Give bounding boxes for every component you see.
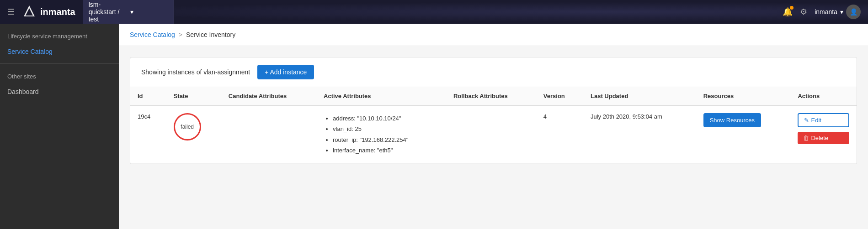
breadcrumb-current-page: Service Inventory	[186, 31, 235, 38]
settings-icon[interactable]: ⚙	[800, 7, 807, 17]
toolbar: Showing instances of vlan-assignment + A…	[130, 57, 857, 87]
project-selector[interactable]: lsm-quickstart / test ▾	[83, 0, 174, 26]
page-content: Showing instances of vlan-assignment + A…	[119, 46, 868, 229]
delete-label: Delete	[811, 135, 828, 141]
table-row: 19c4 failed address: "10.10.10.10/24"	[130, 105, 857, 163]
col-rollback-attributes: Rollback Attributes	[446, 87, 536, 105]
table-header: Id State Candidate Attributes Active Att…	[130, 87, 857, 105]
logo-icon	[22, 5, 37, 19]
col-candidate-attributes: Candidate Attributes	[221, 87, 316, 105]
edit-label: Edit	[811, 117, 821, 124]
hamburger-icon[interactable]: ☰	[7, 7, 15, 17]
topnav-actions: 🔔 ⚙ inmanta ▾ 👤	[783, 5, 861, 19]
main-content: Service Catalog > Service Inventory Show…	[119, 24, 868, 229]
col-state: State	[166, 87, 221, 105]
notification-dot	[790, 6, 793, 10]
col-version: Version	[536, 87, 583, 105]
cell-rollback-attributes	[446, 105, 536, 163]
edit-button[interactable]: ✎ Edit	[798, 113, 849, 127]
col-actions: Actions	[790, 87, 857, 105]
cell-resources: Show Resources	[696, 105, 791, 163]
cell-id: 19c4	[130, 105, 166, 163]
edit-icon: ✎	[804, 117, 809, 124]
sidebar-divider	[0, 63, 119, 64]
col-last-updated: Last Updated	[583, 87, 696, 105]
sidebar-section-lsm: Lifecycle service management	[0, 27, 119, 43]
project-chevron-icon: ▾	[130, 8, 168, 16]
top-nav: ☰ inmanta lsm-quickstart / test ▾ 🔔 ⚙ in…	[0, 0, 868, 24]
breadcrumb-service-catalog-link[interactable]: Service Catalog	[130, 31, 175, 38]
list-item: vlan_id: 25	[333, 124, 439, 134]
sidebar-item-dashboard[interactable]: Dashboard	[0, 83, 119, 100]
cell-actions: ✎ Edit 🗑 Delete	[790, 105, 857, 163]
avatar: 👤	[846, 5, 861, 19]
add-instance-button[interactable]: + Add instance	[257, 65, 314, 79]
sidebar-other-sites-header: Other sites	[0, 68, 119, 83]
notifications-icon[interactable]: 🔔	[783, 7, 793, 17]
cell-state: failed	[166, 105, 221, 163]
show-resources-button[interactable]: Show Resources	[703, 113, 761, 127]
instances-table: Id State Candidate Attributes Active Att…	[130, 87, 857, 164]
delete-icon: 🗑	[803, 135, 809, 141]
cell-last-updated: July 20th 2020, 9:53:04 am	[583, 105, 696, 163]
actions-column: ✎ Edit 🗑 Delete	[798, 113, 849, 144]
list-item: address: "10.10.10.10/24"	[333, 113, 439, 124]
breadcrumb-separator: >	[179, 31, 182, 38]
active-attributes-list: address: "10.10.10.10/24" vlan_id: 25 ro…	[324, 113, 439, 156]
delete-button[interactable]: 🗑 Delete	[798, 132, 849, 144]
instances-panel: Showing instances of vlan-assignment + A…	[130, 57, 857, 164]
state-badge: failed	[174, 113, 201, 141]
list-item: interface_name: "eth5"	[333, 145, 439, 156]
user-chevron-icon: ▾	[840, 8, 843, 16]
sidebar: Lifecycle service management Service Cat…	[0, 24, 119, 229]
username: inmanta	[815, 8, 837, 16]
sidebar-item-service-catalog[interactable]: Service Catalog	[0, 43, 119, 60]
list-item: router_ip: "192.168.222.254"	[333, 135, 439, 145]
col-active-attributes: Active Attributes	[316, 87, 446, 105]
project-name: lsm-quickstart / test	[89, 1, 127, 23]
app-logo: inmanta	[22, 5, 75, 19]
cell-active-attributes: address: "10.10.10.10/24" vlan_id: 25 ro…	[316, 105, 446, 163]
cell-version: 4	[536, 105, 583, 163]
cell-candidate-attributes	[221, 105, 316, 163]
app-name: inmanta	[40, 7, 75, 17]
col-id: Id	[130, 87, 166, 105]
table-body: 19c4 failed address: "10.10.10.10/24"	[130, 105, 857, 163]
breadcrumb: Service Catalog > Service Inventory	[119, 24, 868, 46]
col-resources: Resources	[696, 87, 791, 105]
instances-label: Showing instances of vlan-assignment	[141, 68, 250, 76]
user-menu[interactable]: inmanta ▾ 👤	[815, 5, 861, 19]
